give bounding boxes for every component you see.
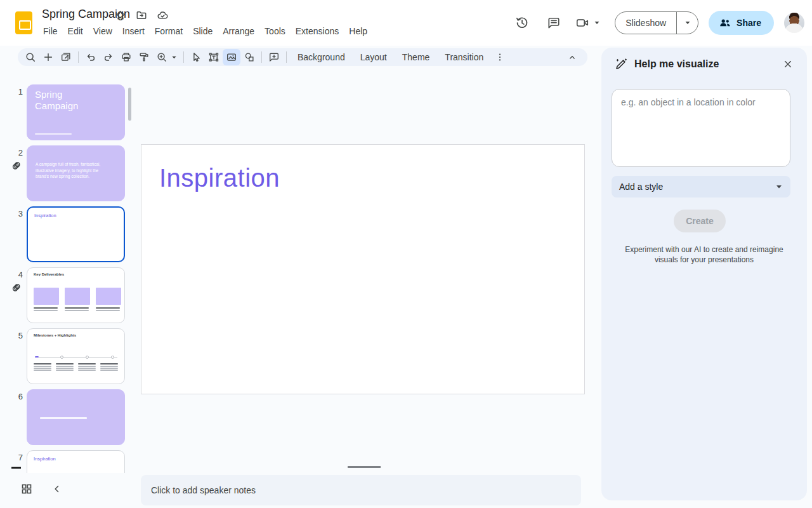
text-box-icon[interactable] — [205, 49, 223, 65]
slide-thumbnail-6[interactable] — [27, 389, 125, 445]
linked-content-icon — [10, 159, 23, 172]
filmstrip-overflow-indicator — [11, 467, 21, 469]
undo-icon[interactable] — [82, 49, 100, 65]
menu-file[interactable]: File — [38, 24, 63, 38]
slide-number: 4 — [0, 270, 23, 279]
account-avatar[interactable] — [784, 13, 804, 33]
meet-caret-icon[interactable] — [593, 19, 601, 27]
panel-title: Help me visualize — [634, 58, 719, 70]
layout-button[interactable]: Layout — [353, 52, 395, 62]
slideshow-split-button: Slideshow — [615, 11, 698, 34]
top-bar: Spring Campaign File Edit View Insert Fo… — [0, 0, 812, 46]
menu-format[interactable]: Format — [150, 24, 188, 38]
linked-content-icon — [10, 281, 23, 294]
slide-number: 7 — [0, 453, 23, 462]
share-button[interactable]: Share — [709, 11, 774, 35]
thumb-title: Milestones + Highlights — [34, 333, 76, 337]
slide-thumbnail-3-selected[interactable]: Inspiration — [27, 206, 125, 262]
create-button[interactable]: Create — [674, 210, 726, 232]
zoom-caret-icon[interactable] — [171, 54, 178, 61]
slide-thumbnail-1[interactable]: Spring Campaign — [27, 84, 125, 140]
print-icon[interactable] — [117, 49, 135, 65]
menu-view[interactable]: View — [88, 24, 117, 38]
slide-thumbnail-4[interactable]: Key Deliverables — [27, 267, 125, 323]
slide-thumbnail-2[interactable]: A campaign full of fresh, fantastical, i… — [27, 145, 125, 201]
share-label: Share — [737, 18, 761, 28]
thumb-title: Key Deliverables — [34, 272, 64, 276]
google-slides-app: Spring Campaign File Edit View Insert Fo… — [0, 0, 812, 508]
add-style-dropdown[interactable]: Add a style — [612, 176, 790, 197]
theme-button[interactable]: Theme — [395, 52, 438, 62]
visualize-prompt-input[interactable] — [612, 89, 790, 167]
menu-insert[interactable]: Insert — [117, 24, 150, 38]
comments-icon[interactable] — [541, 10, 566, 36]
close-panel-icon[interactable] — [778, 54, 798, 74]
insert-shape-icon[interactable] — [240, 49, 258, 65]
thumb-title: Spring Campaign — [35, 89, 105, 112]
slide-number: 3 — [0, 209, 23, 218]
help-me-visualize-panel: Help me visualize Add a style Create Exp… — [601, 48, 807, 500]
slide-number: 5 — [0, 331, 23, 340]
slide-number: 2 — [0, 148, 23, 157]
menu-slide[interactable]: Slide — [188, 24, 218, 38]
slide-canvas[interactable]: Inspiration — [141, 144, 585, 394]
transition-button[interactable]: Transition — [437, 52, 491, 62]
slides-logo-icon[interactable] — [15, 11, 32, 34]
slide-number: 1 — [0, 87, 23, 97]
more-options-icon[interactable] — [491, 49, 509, 65]
grid-view-icon[interactable] — [20, 483, 33, 495]
menu-edit[interactable]: Edit — [63, 24, 88, 38]
menu-extensions[interactable]: Extensions — [291, 24, 344, 38]
thumb-body: A campaign full of fresh, fantastical, i… — [36, 161, 104, 180]
menu-bar: File Edit View Insert Format Slide Arran… — [38, 24, 372, 38]
move-to-folder-icon[interactable] — [135, 9, 148, 22]
search-menus-icon[interactable] — [22, 49, 39, 65]
version-history-icon[interactable] — [509, 10, 535, 36]
slide-thumbnail-7[interactable]: Inspiration — [27, 450, 125, 473]
style-caret-icon — [775, 183, 783, 190]
thumb-footer-text — [35, 133, 72, 135]
menu-help[interactable]: Help — [344, 24, 372, 38]
redo-icon[interactable] — [100, 49, 117, 65]
slide-title-text[interactable]: Inspiration — [159, 164, 280, 192]
templates-icon[interactable] — [57, 49, 75, 65]
thumb-title: Inspiration — [34, 213, 56, 218]
new-slide-icon[interactable] — [39, 49, 57, 65]
slide-thumbnail-5[interactable]: Milestones + Highlights — [27, 328, 125, 384]
cloud-saved-icon[interactable] — [156, 9, 169, 22]
thumb-title: Inspiration — [34, 456, 56, 462]
panel-caption: Experiment with our AI to create and rei… — [622, 244, 787, 265]
slideshow-button[interactable]: Slideshow — [615, 12, 676, 34]
slideshow-options-caret[interactable] — [676, 12, 698, 34]
zoom-icon[interactable] — [153, 49, 171, 65]
background-button[interactable]: Background — [290, 52, 353, 62]
thumb-small-text — [40, 417, 87, 419]
canvas-horizontal-scrollbar[interactable] — [348, 466, 381, 468]
toolbar: Background Layout Theme Transition — [18, 48, 587, 66]
menu-tools[interactable]: Tools — [259, 24, 291, 38]
select-cursor-icon[interactable] — [187, 49, 205, 65]
slide-number: 6 — [0, 392, 23, 401]
magic-pencil-icon — [614, 57, 628, 71]
menu-arrange[interactable]: Arrange — [218, 24, 259, 38]
speaker-notes[interactable]: Click to add speaker notes — [141, 475, 581, 505]
collapse-toolbar-icon[interactable] — [563, 52, 581, 62]
paint-format-icon[interactable] — [135, 49, 153, 65]
add-style-label: Add a style — [619, 182, 663, 192]
speaker-notes-placeholder: Click to add speaker notes — [151, 485, 256, 495]
collapse-filmstrip-icon[interactable] — [52, 484, 62, 494]
meet-camera-icon[interactable] — [573, 10, 592, 36]
star-icon[interactable] — [114, 9, 127, 22]
share-people-icon — [719, 17, 731, 29]
insert-image-icon[interactable] — [223, 49, 240, 65]
slide-filmstrip: 1 Spring Campaign 2 A campaign full of f… — [0, 66, 134, 473]
insert-comment-icon[interactable] — [265, 49, 283, 65]
filmstrip-scrollbar[interactable] — [128, 88, 131, 121]
